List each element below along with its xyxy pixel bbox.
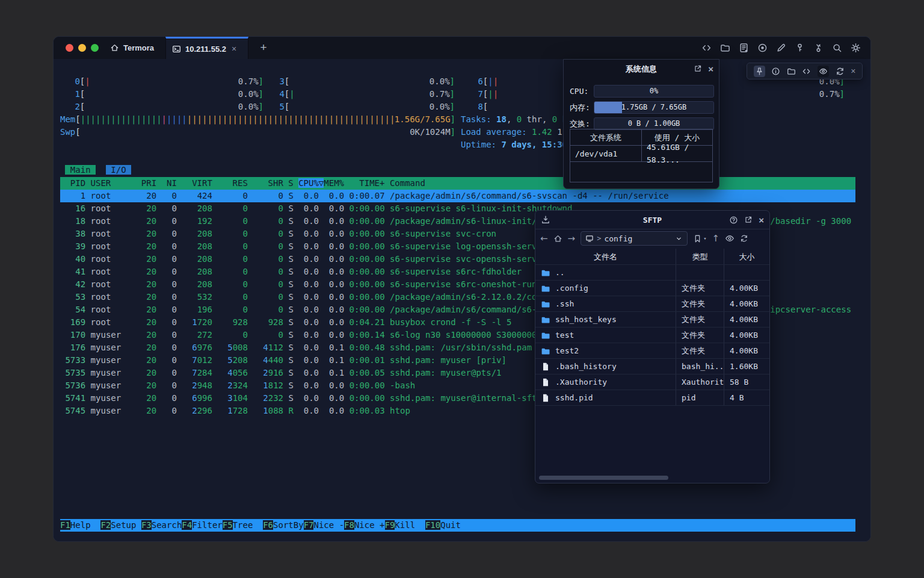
- path-segment: config: [604, 232, 632, 245]
- sftp-table-header: 文件名 类型 大小: [535, 249, 769, 264]
- refresh-icon[interactable]: [836, 67, 845, 76]
- fkey-F2[interactable]: F2: [100, 520, 111, 530]
- home-icon[interactable]: [553, 234, 562, 243]
- code-icon[interactable]: [802, 67, 811, 76]
- eye-icon[interactable]: [818, 66, 829, 77]
- tab-title: 10.211.55.2: [185, 45, 226, 54]
- file-name: ssh_host_keys: [555, 313, 617, 326]
- metric-bar: 0%: [594, 85, 714, 98]
- col-size[interactable]: 大小: [724, 249, 769, 264]
- fkey-F8[interactable]: F8: [344, 520, 354, 530]
- tab-session[interactable]: 10.211.55.2 ×: [165, 37, 248, 59]
- fkey-F5[interactable]: F5: [223, 520, 233, 530]
- home-tab[interactable]: Termora: [110, 37, 154, 59]
- minimize-window-button[interactable]: [78, 44, 86, 52]
- upload-icon[interactable]: ↑: [712, 232, 720, 245]
- fkey-action-F1[interactable]: Help: [70, 520, 101, 530]
- download-icon[interactable]: [541, 215, 550, 225]
- settings-icon[interactable]: [851, 43, 861, 53]
- fkey-F6[interactable]: F6: [263, 520, 273, 530]
- record-icon[interactable]: [757, 43, 768, 53]
- fkey-F4[interactable]: F4: [182, 520, 192, 530]
- info-icon[interactable]: [771, 67, 780, 76]
- file-row[interactable]: ..: [535, 264, 769, 280]
- forward-icon[interactable]: →: [568, 232, 576, 245]
- file-row[interactable]: .Xauthority Xauthority 58 B: [535, 374, 769, 390]
- close-tab-icon[interactable]: ×: [232, 44, 236, 54]
- eye-icon[interactable]: [725, 234, 735, 243]
- refresh-icon[interactable]: [740, 234, 748, 243]
- fkey-action-F2[interactable]: Setup: [111, 520, 141, 530]
- folder-icon: [541, 346, 550, 356]
- fs-row[interactable]: /dev/vda1 45.61GB / 58.3...: [570, 146, 712, 162]
- col-type[interactable]: 类型: [676, 249, 724, 264]
- fkey-F7[interactable]: F7: [304, 520, 314, 530]
- folder-icon[interactable]: [787, 67, 796, 76]
- fkey-F9[interactable]: F9: [385, 520, 395, 530]
- horizontal-scrollbar[interactable]: [539, 476, 668, 480]
- open-in-window-icon[interactable]: [694, 64, 702, 73]
- fkey-action-F7[interactable]: Nice -: [313, 520, 344, 530]
- fkey-F1[interactable]: F1: [60, 520, 70, 530]
- folder-icon: [541, 284, 550, 293]
- sftp-title: SFTP: [643, 214, 662, 226]
- htop-table-header[interactable]: PID USER PRI NI VIRT RES SHR S CPU%▽MEM%…: [60, 177, 855, 190]
- htop-tab-main[interactable]: Main: [65, 165, 96, 175]
- fs-name: /dev/vda1: [570, 148, 641, 160]
- open-in-window-icon[interactable]: [744, 216, 753, 224]
- metric-row: CPU: 0%: [570, 85, 714, 97]
- pin-icon[interactable]: [754, 66, 765, 77]
- sort-column-cpu[interactable]: CPU%▽: [298, 178, 324, 188]
- col-filename[interactable]: 文件名: [535, 250, 676, 263]
- file-row[interactable]: .config 文件夹 4.00KB: [535, 280, 769, 296]
- edit-icon[interactable]: [776, 43, 786, 53]
- fkey-action-F5[interactable]: Tree: [233, 520, 263, 530]
- keychain-icon[interactable]: [813, 43, 824, 53]
- log-icon[interactable]: [739, 43, 749, 53]
- file-row[interactable]: test2 文件夹 4.00KB: [535, 343, 769, 358]
- htop-tab-io[interactable]: I/O: [106, 165, 131, 175]
- fkey-action-F6[interactable]: SortBy: [273, 520, 304, 530]
- sftp-header: SFTP ×: [535, 211, 769, 229]
- system-info-title: 系统信息: [626, 63, 657, 75]
- metric-bar: 0 B / 1.00GB: [594, 117, 714, 130]
- mem-meter: Mem[||||||||||||||||||||||||||||||||||||…: [60, 113, 455, 126]
- fkey-action-F8[interactable]: Nice +: [354, 520, 385, 530]
- fkey-F10[interactable]: F10: [425, 520, 440, 530]
- close-icon[interactable]: ×: [851, 65, 855, 78]
- process-row-1[interactable]: 1 root 20 0 424 0 0 S 0.0 0.0 0:00.07 /p…: [60, 190, 855, 202]
- file-row[interactable]: .bash_history bash_hi... 1.60KB: [535, 358, 769, 374]
- file-row[interactable]: sshd.pid pid 4 B: [535, 390, 769, 405]
- titlebar-toolbar: [701, 37, 861, 59]
- terminal[interactable]: × 系统信息 × CPU: 0% 内存: 1.75GB / 7.65GB 交换:…: [54, 59, 870, 541]
- file-row[interactable]: test 文件夹 4.00KB: [535, 327, 769, 343]
- file-row[interactable]: .ssh 文件夹 4.00KB: [535, 296, 769, 311]
- help-icon[interactable]: [729, 216, 738, 225]
- path-combobox[interactable]: > config: [581, 231, 688, 246]
- filesystem-table: 文件系统 使用 / 大小 /dev/vda1 45.61GB / 58.3...: [570, 129, 713, 182]
- folder-icon: [541, 331, 550, 340]
- folder-icon[interactable]: [720, 43, 730, 53]
- search-icon[interactable]: [832, 43, 842, 53]
- titlebar: Termora 10.211.55.2 × +: [54, 37, 870, 59]
- fkey-F3[interactable]: F3: [141, 520, 152, 530]
- fkey-action-F9[interactable]: Kill: [395, 520, 425, 530]
- fkey-action-F3[interactable]: Search: [152, 520, 182, 530]
- sftp-panel: SFTP × ← → > config: [535, 210, 770, 483]
- bookmark-button[interactable]: ▾: [693, 232, 706, 245]
- sftp-toolbar: ← → > config ▾ ↑: [535, 229, 769, 247]
- key-icon[interactable]: [795, 43, 805, 53]
- file-type: 文件夹: [676, 343, 724, 358]
- code-icon[interactable]: [701, 43, 712, 53]
- metric-value: 0 B / 1.00GB: [594, 118, 713, 129]
- file-row[interactable]: ssh_host_keys 文件夹 4.00KB: [535, 311, 769, 327]
- system-info-panel: 系统信息 × CPU: 0% 内存: 1.75GB / 7.65GB 交换: 0…: [563, 59, 719, 189]
- fkey-action-F4[interactable]: Filter: [192, 520, 223, 530]
- close-panel-icon[interactable]: ×: [708, 63, 713, 75]
- new-tab-button[interactable]: +: [256, 40, 271, 55]
- back-icon[interactable]: ←: [540, 232, 548, 245]
- maximize-window-button[interactable]: [91, 44, 99, 52]
- fkey-action-F10[interactable]: Quit: [440, 520, 471, 530]
- close-panel-icon[interactable]: ×: [759, 214, 764, 226]
- close-window-button[interactable]: [66, 44, 73, 52]
